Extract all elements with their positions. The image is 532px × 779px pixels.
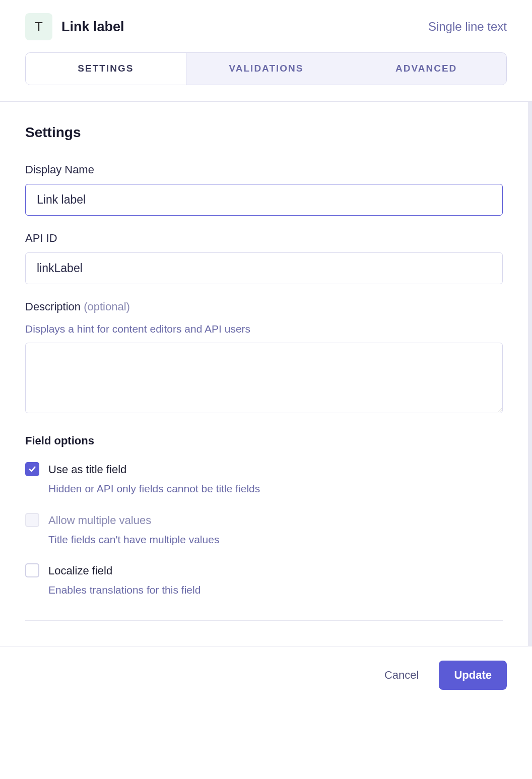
use-as-title-label: Use as title field <box>48 461 503 478</box>
modal-header: T Link label Single line text <box>0 0 532 52</box>
modal-footer: Cancel Update <box>0 646 532 704</box>
allow-multiple-desc: Title fields can't have multiple values <box>48 532 503 548</box>
section-divider <box>25 620 503 621</box>
localize-desc: Enables translations for this field <box>48 582 503 598</box>
use-as-title-desc: Hidden or API only fields cannot be titl… <box>48 481 503 497</box>
field-type-icon: T <box>25 13 52 40</box>
update-button[interactable]: Update <box>439 661 507 690</box>
localize-checkbox[interactable] <box>25 563 39 577</box>
description-textarea[interactable] <box>25 343 503 413</box>
tab-bar: SETTINGS VALIDATIONS ADVANCED <box>25 52 507 85</box>
section-title: Settings <box>25 122 503 143</box>
display-name-label: Display Name <box>25 161 503 178</box>
field-type-label: Single line text <box>428 18 507 36</box>
description-hint: Displays a hint for content editors and … <box>25 321 503 337</box>
api-id-label: API ID <box>25 230 503 246</box>
display-name-input[interactable] <box>25 184 503 216</box>
description-label-text: Description <box>25 300 81 313</box>
check-icon <box>28 465 37 474</box>
settings-panel: Settings Display Name API ID Description… <box>0 102 532 646</box>
field-options-title: Field options <box>25 432 503 449</box>
description-label: Description (optional) <box>25 298 503 315</box>
description-optional-tag: (optional) <box>84 300 130 313</box>
use-as-title-checkbox[interactable] <box>25 462 39 476</box>
api-id-input[interactable] <box>25 252 503 284</box>
localize-label: Localize field <box>48 562 503 579</box>
allow-multiple-checkbox <box>25 513 39 527</box>
cancel-button[interactable]: Cancel <box>384 669 419 682</box>
tab-validations[interactable]: VALIDATIONS <box>186 53 347 85</box>
tab-settings[interactable]: SETTINGS <box>26 53 186 85</box>
page-title: Link label <box>61 17 124 37</box>
allow-multiple-label: Allow multiple values <box>48 512 503 529</box>
tab-advanced[interactable]: ADVANCED <box>346 53 506 85</box>
